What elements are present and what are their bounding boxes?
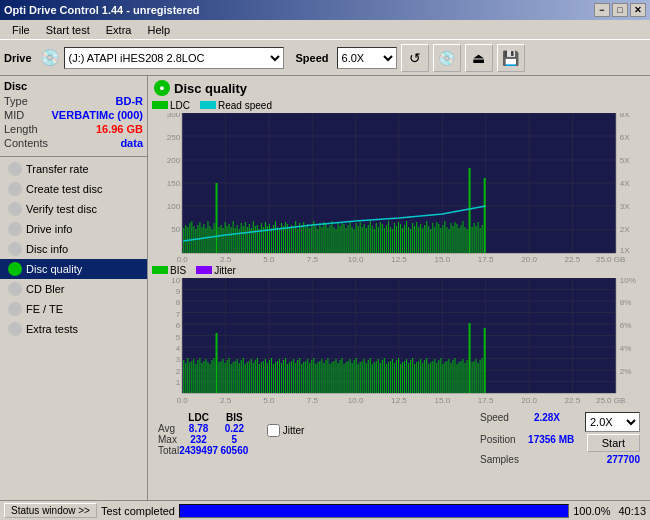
svg-rect-307: [370, 358, 371, 393]
svg-rect-25: [195, 229, 196, 253]
svg-rect-260: [275, 362, 276, 393]
close-button[interactable]: ✕: [630, 3, 646, 17]
svg-rect-354: [465, 363, 466, 393]
transfer-rate-icon: [8, 162, 22, 176]
svg-rect-130: [408, 227, 409, 253]
jitter-checkbox[interactable]: [267, 424, 280, 437]
svg-rect-310: [376, 361, 377, 393]
avg-ldc: 8.78: [179, 423, 218, 434]
svg-rect-301: [358, 364, 359, 393]
svg-rect-164: [478, 222, 479, 253]
speed-stat-value: 2.28X: [534, 412, 560, 432]
svg-rect-114: [376, 223, 377, 253]
sidebar-item-create-test-disc-label: Create test disc: [26, 183, 102, 195]
speed-select[interactable]: 6.0X: [337, 47, 397, 69]
svg-rect-97: [342, 222, 343, 253]
svg-rect-96: [340, 226, 341, 253]
sidebar-item-fe-te-label: FE / TE: [26, 303, 63, 315]
svg-rect-288: [331, 362, 332, 393]
svg-rect-238: [231, 364, 232, 393]
sidebar-item-disc-quality[interactable]: Disc quality: [0, 259, 147, 279]
svg-rect-90: [327, 228, 328, 253]
disc-type-value: BD-R: [116, 95, 144, 107]
svg-rect-340: [436, 363, 437, 393]
speed-row: Speed 2.28X 2.0X: [480, 412, 640, 432]
disc-info-icon: [8, 242, 22, 256]
disc-button[interactable]: 💿: [433, 44, 461, 72]
svg-rect-338: [432, 361, 433, 393]
svg-text:4%: 4%: [620, 344, 632, 353]
svg-rect-86: [319, 223, 320, 253]
svg-rect-229: [211, 360, 212, 393]
speed-display-select[interactable]: 2.0X: [585, 412, 640, 432]
refresh-button[interactable]: ↺: [401, 44, 429, 72]
svg-rect-275: [305, 361, 306, 393]
svg-rect-350: [456, 364, 457, 393]
sidebar-item-cd-bler[interactable]: CD Bler: [0, 279, 147, 299]
menu-extra[interactable]: Extra: [98, 22, 140, 38]
svg-rect-329: [414, 364, 415, 393]
content-header-icon: ●: [154, 80, 170, 96]
jitter-checkbox-container[interactable]: Jitter: [267, 424, 305, 437]
svg-rect-256: [267, 363, 268, 393]
menu-start-test[interactable]: Start test: [38, 22, 98, 38]
svg-rect-82: [311, 225, 312, 253]
sidebar-item-extra-tests[interactable]: Extra tests: [0, 319, 147, 339]
sidebar-item-fe-te[interactable]: FE / TE: [0, 299, 147, 319]
svg-rect-278: [311, 360, 312, 393]
svg-rect-166: [482, 225, 483, 253]
sidebar-item-drive-info[interactable]: Drive info: [0, 219, 147, 239]
svg-text:50: 50: [171, 225, 180, 234]
svg-rect-331: [418, 361, 419, 393]
svg-rect-53: [253, 221, 254, 253]
disc-mid-value: VERBATIMc (000): [52, 109, 143, 121]
svg-text:9: 9: [176, 287, 181, 296]
max-bis: 5: [218, 434, 251, 445]
progress-percent: 100.0%: [573, 505, 610, 517]
minimize-button[interactable]: −: [594, 3, 610, 17]
svg-rect-270: [295, 363, 296, 393]
drive-select[interactable]: (J:) ATAPI iHES208 2.8LOC: [64, 47, 284, 69]
svg-rect-223: [199, 358, 200, 393]
svg-text:0.0: 0.0: [177, 255, 189, 263]
svg-rect-336: [428, 364, 429, 393]
chart2-container: 10 9 8 7 6 5 4 3 2 1 10% 8% 6% 4% 2%: [152, 278, 646, 408]
svg-rect-299: [354, 360, 355, 393]
svg-rect-272: [299, 358, 300, 393]
svg-rect-124: [396, 226, 397, 253]
svg-rect-167: [484, 178, 486, 253]
svg-rect-155: [458, 228, 459, 253]
menu-help[interactable]: Help: [139, 22, 178, 38]
svg-rect-126: [400, 224, 401, 253]
sidebar-item-disc-info[interactable]: Disc info: [0, 239, 147, 259]
sidebar-item-transfer-rate[interactable]: Transfer rate: [0, 159, 147, 179]
window-controls: − □ ✕: [594, 3, 646, 17]
maximize-button[interactable]: □: [612, 3, 628, 17]
svg-rect-134: [416, 222, 417, 253]
menu-file[interactable]: File: [4, 22, 38, 38]
sidebar-item-create-test-disc[interactable]: Create test disc: [0, 179, 147, 199]
svg-text:7: 7: [176, 310, 181, 319]
svg-rect-37: [221, 225, 222, 253]
svg-rect-296: [348, 361, 349, 393]
svg-rect-103: [354, 229, 355, 253]
svg-rect-228: [209, 364, 210, 393]
svg-rect-259: [273, 364, 274, 393]
status-window-button[interactable]: Status window >>: [4, 503, 97, 518]
svg-text:25.0 GB: 25.0 GB: [596, 255, 626, 263]
svg-rect-311: [378, 359, 379, 393]
svg-text:3: 3: [176, 355, 181, 364]
svg-rect-309: [374, 362, 375, 393]
save-button[interactable]: 💾: [497, 44, 525, 72]
start-button[interactable]: Start: [587, 434, 640, 452]
svg-rect-140: [428, 226, 429, 253]
svg-rect-262: [279, 359, 280, 393]
svg-rect-268: [291, 361, 292, 393]
svg-text:2%: 2%: [620, 367, 632, 376]
eject-button[interactable]: ⏏: [465, 44, 493, 72]
svg-rect-300: [356, 358, 357, 393]
sidebar-item-verify-test-disc[interactable]: Verify test disc: [0, 199, 147, 219]
svg-rect-217: [187, 358, 188, 393]
position-label: Position: [480, 434, 516, 452]
svg-text:12.5: 12.5: [391, 396, 407, 405]
